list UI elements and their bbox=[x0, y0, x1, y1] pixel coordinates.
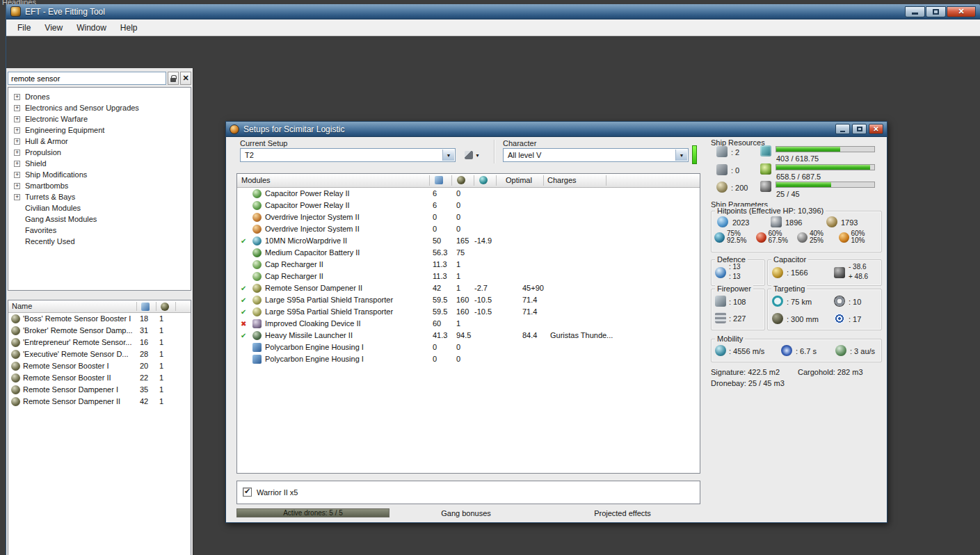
menu-item[interactable]: Help bbox=[113, 21, 145, 35]
module-row[interactable]: Large S95a Partial Shield Transporter 59… bbox=[237, 306, 700, 318]
defence-box: Defence : 13 : 13 bbox=[711, 259, 765, 286]
powergrid-column-icon[interactable] bbox=[161, 303, 169, 311]
expand-icon[interactable] bbox=[14, 194, 20, 200]
expand-icon[interactable] bbox=[14, 161, 20, 167]
expand-icon[interactable] bbox=[14, 172, 20, 178]
module-powergrid: 0 bbox=[433, 355, 437, 363]
character-dropdown[interactable]: All level V bbox=[503, 148, 689, 162]
menu-item[interactable]: View bbox=[38, 21, 70, 35]
menu-item[interactable]: File bbox=[10, 21, 38, 35]
launcher-hardpoints-value: : 0 bbox=[731, 166, 739, 175]
close-button[interactable]: ✕ bbox=[947, 6, 976, 17]
tree-item[interactable]: Gang Assist Modules bbox=[8, 214, 191, 225]
expand-icon[interactable] bbox=[14, 105, 20, 111]
tree-item[interactable]: Smartbombs bbox=[8, 180, 191, 191]
expand-icon[interactable] bbox=[14, 183, 20, 189]
dropdown-arrow-icon[interactable] bbox=[675, 150, 687, 161]
current-setup-dropdown[interactable]: T2 bbox=[240, 148, 456, 162]
expand-icon[interactable] bbox=[14, 138, 20, 145]
module-row[interactable]: Remote Sensor Dampener II 42 1 -2.7 45+9… bbox=[237, 282, 700, 294]
cpu-column-icon[interactable] bbox=[435, 176, 443, 184]
expand-icon[interactable] bbox=[14, 116, 20, 122]
maximize-button[interactable] bbox=[926, 6, 946, 17]
module-row[interactable]: Capacitor Power Relay II 6 0 bbox=[237, 200, 700, 211]
charges-column-header[interactable]: Charges bbox=[547, 176, 577, 184]
result-row[interactable]: Remote Sensor Dampener I 35 1 bbox=[8, 384, 191, 396]
projected-effects-section[interactable]: Projected effects bbox=[570, 509, 675, 517]
tree-item[interactable]: Electronic Warfare bbox=[8, 113, 191, 124]
tree-item-label: Drones bbox=[25, 92, 49, 101]
module-row[interactable]: Cap Recharger II 11.3 1 bbox=[237, 259, 700, 271]
setup-restore-button[interactable] bbox=[852, 124, 867, 134]
tree-item[interactable]: Ship Modifications bbox=[8, 169, 191, 180]
module-row[interactable]: Improved Cloaking Device II 60 1 bbox=[237, 318, 700, 330]
module-row[interactable]: 10MN MicroWarpdrive II 50 165 -14.9 bbox=[237, 235, 700, 247]
results-header: Name bbox=[8, 300, 191, 313]
module-cap-use: -14.9 bbox=[474, 236, 492, 245]
result-row[interactable]: Remote Sensor Booster I 20 1 bbox=[8, 360, 191, 372]
module-row[interactable]: Heavy Missile Launcher II 41.3 94.5 84.4… bbox=[237, 330, 700, 341]
tree-item[interactable]: Favorites bbox=[8, 225, 191, 236]
tree-item[interactable]: Recently Used bbox=[8, 236, 191, 247]
module-row[interactable]: Polycarbon Engine Housing I 0 0 bbox=[237, 341, 700, 353]
tree-item[interactable]: Drones bbox=[8, 91, 191, 102]
tree-item[interactable]: Shield bbox=[8, 158, 191, 169]
module-row[interactable]: Polycarbon Engine Housing I 0 0 bbox=[237, 353, 700, 365]
search-input[interactable] bbox=[8, 72, 166, 85]
dropdown-arrow-icon[interactable] bbox=[442, 150, 454, 161]
result-row[interactable]: Remote Sensor Dampener II 42 1 bbox=[8, 396, 191, 408]
setup-tools-button[interactable] bbox=[460, 148, 485, 162]
search-clear-button[interactable]: ✕ bbox=[180, 72, 191, 85]
expand-icon[interactable] bbox=[14, 94, 20, 100]
gang-bonuses-section[interactable]: Gang bonuses bbox=[421, 509, 511, 517]
result-row[interactable]: Remote Sensor Booster II 22 1 bbox=[8, 372, 191, 384]
cpu-column-icon[interactable] bbox=[141, 303, 150, 311]
drone-checkbox[interactable] bbox=[243, 488, 252, 497]
capacitor-title: Capacitor bbox=[771, 255, 808, 264]
setup-body: Current Setup T2 Character All level V bbox=[226, 137, 887, 522]
minimize-button[interactable] bbox=[905, 6, 925, 17]
tree-item[interactable]: Hull & Armor bbox=[8, 136, 191, 147]
setup-close-button[interactable]: ✕ bbox=[869, 124, 883, 134]
module-row[interactable]: Overdrive Injector System II 0 0 bbox=[237, 211, 700, 223]
module-row[interactable]: Cap Recharger II 11.3 1 bbox=[237, 271, 700, 282]
setup-minimize-button[interactable] bbox=[835, 124, 850, 134]
active-drones-bar[interactable]: Active drones: 5 / 5 bbox=[236, 508, 389, 517]
module-powergrid: 0 bbox=[433, 213, 437, 221]
module-powergrid: 6 bbox=[433, 189, 437, 198]
result-row[interactable]: 'Entrepreneur' Remote Sensor... 16 1 bbox=[8, 337, 191, 348]
expand-icon[interactable] bbox=[14, 127, 20, 134]
tree-item-label: Gang Assist Modules bbox=[25, 215, 97, 223]
powergrid-column-icon[interactable] bbox=[457, 176, 465, 184]
main-titlebar[interactable]: EFT - Eve Fitting Tool ✕ bbox=[6, 4, 980, 19]
name-column-header[interactable]: Name bbox=[12, 302, 32, 310]
module-row[interactable]: Medium Capacitor Battery II 56.3 75 bbox=[237, 247, 700, 259]
setup-titlebar[interactable]: Setups for Scimitar Logistic ✕ bbox=[226, 122, 887, 137]
result-row[interactable]: 'Executive' Remote Sensor D... 28 1 bbox=[8, 348, 191, 360]
tree-item[interactable]: Civilian Modules bbox=[8, 202, 191, 214]
tree-item[interactable]: Turrets & Bays bbox=[8, 191, 191, 202]
item-cpu: 20 bbox=[140, 362, 148, 370]
result-row[interactable]: 'Boss' Remote Sensor Booster I 18 1 bbox=[8, 313, 191, 325]
tree-item[interactable]: Engineering Equipment bbox=[8, 124, 191, 136]
module-row[interactable]: Large S95a Partial Shield Transporter 59… bbox=[237, 294, 700, 306]
modules-column-header[interactable]: Modules bbox=[241, 176, 271, 184]
module-powergrid: 11.3 bbox=[433, 260, 447, 268]
capacitor-column-icon[interactable] bbox=[479, 176, 488, 184]
resist-type-icon bbox=[839, 232, 849, 243]
module-cpu: 0 bbox=[456, 213, 460, 221]
optimal-column-header[interactable]: Optimal bbox=[506, 176, 532, 184]
module-type-icon bbox=[252, 213, 262, 222]
tree-item[interactable]: Electronics and Sensor Upgrades bbox=[8, 102, 191, 113]
module-row[interactable]: Capacitor Power Relay II 6 0 bbox=[237, 188, 700, 200]
module-row[interactable]: Overdrive Injector System II 0 0 bbox=[237, 223, 700, 235]
menu-item[interactable]: Window bbox=[70, 21, 113, 35]
expand-icon[interactable] bbox=[14, 150, 20, 156]
search-lock-button[interactable] bbox=[168, 72, 179, 85]
result-row[interactable]: 'Broker' Remote Sensor Damp... 31 1 bbox=[8, 325, 191, 337]
defence-value-1: : 13 bbox=[729, 263, 741, 271]
max-velocity-value: : 4556 m/s bbox=[729, 347, 764, 355]
capacitor-icon bbox=[772, 267, 783, 278]
resist-cell: 40%25% bbox=[797, 230, 839, 244]
tree-item[interactable]: Propulsion bbox=[8, 147, 191, 158]
